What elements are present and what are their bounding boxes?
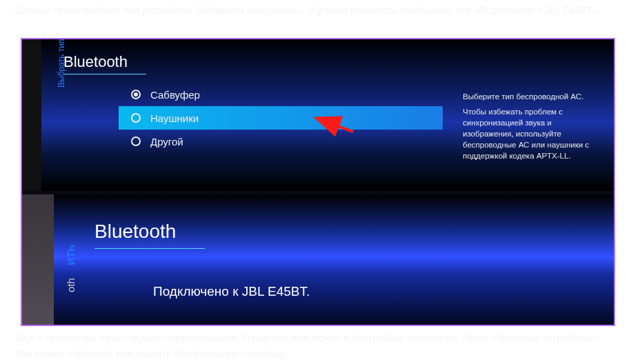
side-tab-fragment-b: ИТЬ: [65, 245, 77, 265]
screenshot-frame: Bluetooth Выбрать тип АС Bluetooth Сабву…: [21, 38, 615, 326]
help-panel: Выберите тип беспроводной АС. Чтобы избе…: [463, 91, 597, 162]
screen-title: Bluetooth: [63, 53, 128, 71]
option-label: Наушники: [150, 112, 199, 124]
tv-bezel: [22, 194, 54, 325]
option-label: Сабвуфер: [150, 89, 200, 101]
device-type-list: Сабвуфер Наушники Другой: [119, 83, 443, 153]
title-underline: [94, 248, 205, 249]
radio-icon: [131, 90, 141, 99]
tv-bezel: [22, 39, 41, 191]
side-tab-fragment-a: oth: [65, 278, 77, 292]
option-headphones[interactable]: Наушники: [119, 106, 443, 130]
option-subwoofer[interactable]: Сабвуфер: [119, 83, 443, 106]
context-text-bottom: Звук с телевизора начал звучать через на…: [0, 327, 629, 364]
radio-icon: [131, 113, 141, 123]
tv-screen-connected: Bluetooth oth ИТЬ Подключено к JBL E45BT…: [22, 194, 614, 325]
option-label: Другой: [150, 136, 183, 148]
tv-screen-choose-type: Bluetooth Выбрать тип АС Bluetooth Сабву…: [22, 39, 614, 191]
screen-title: Bluetooth: [94, 221, 176, 243]
side-tabs: Выбрать тип АС Bluetooth: [57, 39, 66, 88]
title-underline: [63, 74, 146, 74]
option-other[interactable]: Другой: [119, 130, 443, 153]
side-tabs-partial: oth ИТЬ: [65, 245, 77, 292]
connection-status: Подключено к JBL E45BT.: [153, 284, 310, 299]
radio-icon: [131, 136, 141, 146]
help-body: Чтобы избежать проблем с синхронизацией …: [463, 106, 597, 161]
help-title: Выберите тип беспроводной АС.: [463, 91, 597, 102]
side-tab-selected[interactable]: Выбрать тип АС: [57, 39, 66, 88]
context-text-top: Дальше нужно выбрать тип устройства. Выб…: [0, 0, 629, 21]
